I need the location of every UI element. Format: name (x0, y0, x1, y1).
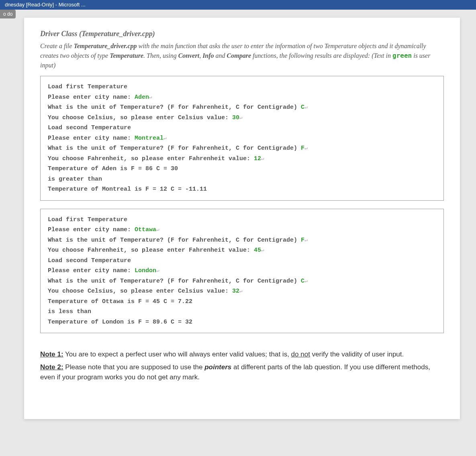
intro-paragraph: Create a file Temperature_driver.cpp wit… (40, 41, 444, 70)
green-word: green (392, 52, 412, 59)
sidebar-todo-tab[interactable]: o do (0, 10, 16, 18)
notes-section: Note 1: You are to expect a perfect user… (40, 349, 444, 383)
document-page: Driver Class (Temperature_driver.cpp) Cr… (24, 18, 460, 419)
window-title: dnesday [Read-Only] - Microsoft ... (5, 2, 86, 8)
note-2: Note 2: Please note that you are suppose… (40, 362, 444, 383)
window-titlebar: dnesday [Read-Only] - Microsoft ... (0, 0, 476, 10)
output-box-2: Load first Temperature Please enter city… (40, 209, 444, 334)
note-1: Note 1: You are to expect a perfect user… (40, 349, 444, 360)
section-heading: Driver Class (Temperature_driver.cpp) (40, 30, 444, 38)
output-box-1: Load first Temperature Please enter city… (40, 76, 444, 201)
